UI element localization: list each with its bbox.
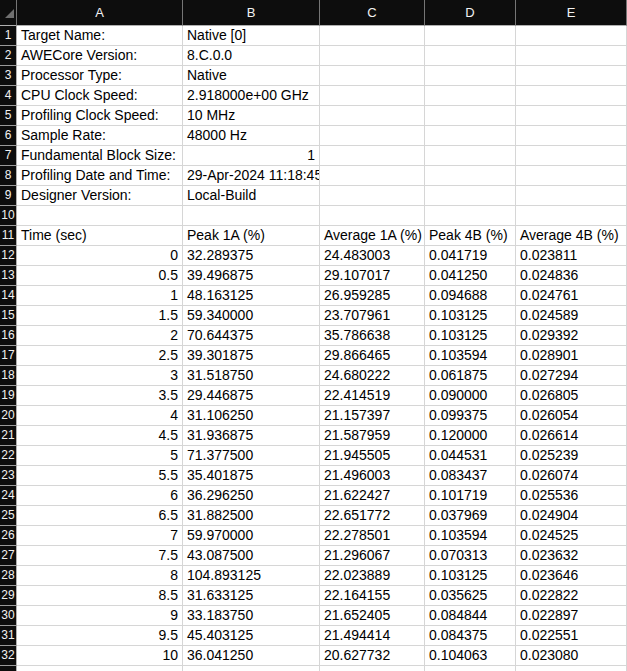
cell-A2[interactable]: AWECore Version: bbox=[17, 46, 183, 66]
cell-E31[interactable]: 0.022551 bbox=[516, 626, 627, 646]
cell-D21[interactable]: 0.120000 bbox=[425, 426, 516, 446]
row-header-26[interactable]: 26 bbox=[0, 526, 17, 546]
cell-A24[interactable]: 6 bbox=[17, 486, 183, 506]
cell-A25[interactable]: 6.5 bbox=[17, 506, 183, 526]
cell-D30[interactable]: 0.084844 bbox=[425, 606, 516, 626]
cell-D23[interactable]: 0.083437 bbox=[425, 466, 516, 486]
cell-E14[interactable]: 0.024761 bbox=[516, 286, 627, 306]
cell-E15[interactable]: 0.024589 bbox=[516, 306, 627, 326]
cell-C9[interactable] bbox=[320, 186, 425, 206]
cell-C15[interactable]: 23.707961 bbox=[320, 306, 425, 326]
cell-A22[interactable]: 5 bbox=[17, 446, 183, 466]
row-header-16[interactable]: 16 bbox=[0, 326, 17, 346]
cell-D18[interactable]: 0.061875 bbox=[425, 366, 516, 386]
cell-E4[interactable] bbox=[516, 86, 627, 106]
cell-D9[interactable] bbox=[425, 186, 516, 206]
cell-C8[interactable] bbox=[320, 166, 425, 186]
cell-C24[interactable]: 21.622427 bbox=[320, 486, 425, 506]
cell-E21[interactable]: 0.026614 bbox=[516, 426, 627, 446]
cell-E10[interactable] bbox=[516, 206, 627, 226]
cell-A30[interactable]: 9 bbox=[17, 606, 183, 626]
cell-D22[interactable]: 0.044531 bbox=[425, 446, 516, 466]
cell-D8[interactable] bbox=[425, 166, 516, 186]
row-header-5[interactable]: 5 bbox=[0, 106, 17, 126]
cell-D11[interactable]: Peak 4B (%) bbox=[425, 226, 516, 246]
row-header-6[interactable]: 6 bbox=[0, 126, 17, 146]
cell-E19[interactable]: 0.026805 bbox=[516, 386, 627, 406]
cell-E23[interactable]: 0.026074 bbox=[516, 466, 627, 486]
cell-D31[interactable]: 0.084375 bbox=[425, 626, 516, 646]
row-header-21[interactable]: 21 bbox=[0, 426, 17, 446]
row-header-4[interactable]: 4 bbox=[0, 86, 17, 106]
cell-D25[interactable]: 0.037969 bbox=[425, 506, 516, 526]
cell-B7[interactable]: 1 bbox=[183, 146, 320, 166]
cell-E32[interactable]: 0.023080 bbox=[516, 646, 627, 666]
cell-C23[interactable]: 21.496003 bbox=[320, 466, 425, 486]
cell-A3[interactable]: Processor Type: bbox=[17, 66, 183, 86]
cell-B31[interactable]: 45.403125 bbox=[183, 626, 320, 646]
cell-B16[interactable]: 70.644375 bbox=[183, 326, 320, 346]
cell-C12[interactable]: 24.483003 bbox=[320, 246, 425, 266]
cell-D13[interactable]: 0.041250 bbox=[425, 266, 516, 286]
cell-B19[interactable]: 29.446875 bbox=[183, 386, 320, 406]
cell-A27[interactable]: 7.5 bbox=[17, 546, 183, 566]
cell-A6[interactable]: Sample Rate: bbox=[17, 126, 183, 146]
cell-E24[interactable]: 0.025536 bbox=[516, 486, 627, 506]
cell-C29[interactable]: 22.164155 bbox=[320, 586, 425, 606]
cell-B32[interactable]: 36.041250 bbox=[183, 646, 320, 666]
cell-B12[interactable]: 32.289375 bbox=[183, 246, 320, 266]
row-header-22[interactable]: 22 bbox=[0, 446, 17, 466]
row-header-14[interactable]: 14 bbox=[0, 286, 17, 306]
cell-D19[interactable]: 0.090000 bbox=[425, 386, 516, 406]
cell-D28[interactable]: 0.103125 bbox=[425, 566, 516, 586]
row-header-27[interactable]: 27 bbox=[0, 546, 17, 566]
cell-C28[interactable]: 22.023889 bbox=[320, 566, 425, 586]
cell-B18[interactable]: 31.518750 bbox=[183, 366, 320, 386]
column-header-A[interactable]: A bbox=[17, 0, 183, 26]
cell-E8[interactable] bbox=[516, 166, 627, 186]
cell-C3[interactable] bbox=[320, 66, 425, 86]
cell-B28[interactable]: 104.893125 bbox=[183, 566, 320, 586]
cell-D10[interactable] bbox=[425, 206, 516, 226]
row-header-17[interactable]: 17 bbox=[0, 346, 17, 366]
row-header-9[interactable]: 9 bbox=[0, 186, 17, 206]
cell-B5[interactable]: 10 MHz bbox=[183, 106, 320, 126]
cell-C4[interactable] bbox=[320, 86, 425, 106]
cell-B26[interactable]: 59.970000 bbox=[183, 526, 320, 546]
cell-D5[interactable] bbox=[425, 106, 516, 126]
cell-E6[interactable] bbox=[516, 126, 627, 146]
cell-C27[interactable]: 21.296067 bbox=[320, 546, 425, 566]
row-header-2[interactable]: 2 bbox=[0, 46, 17, 66]
cell-A18[interactable]: 3 bbox=[17, 366, 183, 386]
cell-B14[interactable]: 48.163125 bbox=[183, 286, 320, 306]
column-header-B[interactable]: B bbox=[183, 0, 320, 26]
column-header-C[interactable]: C bbox=[320, 0, 425, 26]
cell-D4[interactable] bbox=[425, 86, 516, 106]
row-header-11[interactable]: 11 bbox=[0, 226, 17, 246]
cell-E12[interactable]: 0.023811 bbox=[516, 246, 627, 266]
cell-B27[interactable]: 43.087500 bbox=[183, 546, 320, 566]
cell-E33[interactable] bbox=[516, 666, 627, 671]
cell-B30[interactable]: 33.183750 bbox=[183, 606, 320, 626]
cell-E13[interactable]: 0.024836 bbox=[516, 266, 627, 286]
row-header-7[interactable]: 7 bbox=[0, 146, 17, 166]
cell-C30[interactable]: 21.652405 bbox=[320, 606, 425, 626]
cell-C14[interactable]: 26.959285 bbox=[320, 286, 425, 306]
cell-B13[interactable]: 39.496875 bbox=[183, 266, 320, 286]
cell-B1[interactable]: Native [0] bbox=[183, 26, 320, 46]
row-header-29[interactable]: 29 bbox=[0, 586, 17, 606]
row-header-23[interactable]: 23 bbox=[0, 466, 17, 486]
row-header-30[interactable]: 30 bbox=[0, 606, 17, 626]
row-header-20[interactable]: 20 bbox=[0, 406, 17, 426]
cell-E5[interactable] bbox=[516, 106, 627, 126]
cell-A23[interactable]: 5.5 bbox=[17, 466, 183, 486]
select-all-corner[interactable] bbox=[0, 0, 17, 26]
cell-C11[interactable]: Average 1A (%) bbox=[320, 226, 425, 246]
cell-A32[interactable]: 10 bbox=[17, 646, 183, 666]
cell-A14[interactable]: 1 bbox=[17, 286, 183, 306]
cell-D32[interactable]: 0.104063 bbox=[425, 646, 516, 666]
cell-A8[interactable]: Profiling Date and Time: bbox=[17, 166, 183, 186]
cell-B9[interactable]: Local-Build bbox=[183, 186, 320, 206]
cell-C7[interactable] bbox=[320, 146, 425, 166]
cell-A15[interactable]: 1.5 bbox=[17, 306, 183, 326]
